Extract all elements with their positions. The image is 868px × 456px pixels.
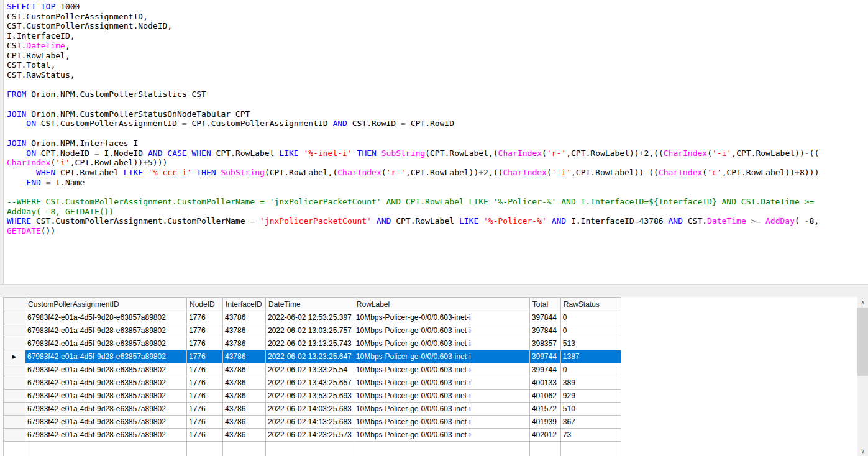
scrollbar-thumb[interactable]	[857, 308, 868, 376]
grid-cell[interactable]: 43786	[223, 376, 266, 390]
column-header-custompollerassignmentid[interactable]: CustomPollerAssignmentID	[25, 298, 187, 311]
grid-row[interactable]: 67983f42-e01a-4d5f-9d28-e63857a898021776…	[4, 416, 621, 429]
row-selector[interactable]	[4, 363, 25, 376]
grid-cell[interactable]: 67983f42-e01a-4d5f-9d28-e63857a89802	[25, 429, 187, 442]
editor-results-splitter[interactable]	[0, 285, 868, 297]
grid-cell[interactable]: 10Mbps-Policer-ge-0/0/0.603-inet-i	[354, 363, 529, 376]
grid-cell[interactable]: 397844	[529, 311, 560, 324]
grid-cell[interactable]: 367	[560, 416, 621, 429]
grid-cell[interactable]: 43786	[223, 429, 266, 442]
grid-cell[interactable]: 10Mbps-Policer-ge-0/0/0.603-inet-i	[354, 403, 529, 416]
grid-cell[interactable]: 73	[560, 429, 621, 442]
scroll-down-button[interactable]: ∨	[857, 445, 868, 456]
column-header-interfaceid[interactable]: InterfaceID	[223, 298, 266, 311]
grid-cell[interactable]: 2022-06-02 13:13:25.743	[266, 337, 354, 350]
grid-row[interactable]: 67983f42-e01a-4d5f-9d28-e63857a898021776…	[4, 429, 621, 442]
grid-cell[interactable]: 2022-06-02 12:53:25.397	[266, 311, 354, 324]
grid-cell[interactable]: 1776	[187, 311, 223, 324]
row-selector[interactable]	[4, 311, 25, 324]
grid-cell[interactable]: 2022-06-02 13:43:25.657	[266, 376, 354, 390]
grid-cell[interactable]: 10Mbps-Policer-ge-0/0/0.603-inet-i	[354, 390, 529, 403]
grid-cell[interactable]: 43786	[223, 324, 266, 337]
row-selector-current[interactable]: ▶	[4, 350, 25, 363]
grid-cell[interactable]: 1776	[187, 350, 223, 363]
grid-cell[interactable]: 1776	[187, 403, 223, 416]
grid-cell[interactable]: 0	[560, 324, 621, 337]
grid-row[interactable]: ▶67983f42-e01a-4d5f-9d28-e63857a89802177…	[4, 350, 621, 363]
grid-cell[interactable]: 402012	[529, 429, 560, 442]
grid-cell[interactable]: 1776	[187, 416, 223, 429]
grid-cell[interactable]: 10Mbps-Policer-ge-0/0/0.603-inet-i	[354, 429, 529, 442]
grid-cell[interactable]: 1776	[187, 376, 223, 390]
grid-row[interactable]: 67983f42-e01a-4d5f-9d28-e63857a898021776…	[4, 376, 621, 390]
grid-cell[interactable]: 10Mbps-Policer-ge-0/0/0.603-inet-i	[354, 311, 529, 324]
row-selector[interactable]	[4, 429, 25, 442]
grid-cell[interactable]: 43786	[223, 311, 266, 324]
grid-cell[interactable]: 401572	[529, 403, 560, 416]
grid-cell[interactable]: 67983f42-e01a-4d5f-9d28-e63857a89802	[25, 311, 187, 324]
grid-cell[interactable]: 10Mbps-Policer-ge-0/0/0.603-inet-i	[354, 324, 529, 337]
sql-query-text[interactable]: SELECT TOP 1000 CST.CustomPollerAssignme…	[7, 2, 819, 236]
grid-cell[interactable]: 10Mbps-Policer-ge-0/0/0.603-inet-i	[354, 376, 529, 390]
grid-cell[interactable]: 43786	[223, 390, 266, 403]
grid-row[interactable]: 67983f42-e01a-4d5f-9d28-e63857a898021776…	[4, 403, 621, 416]
grid-cell[interactable]: 510	[560, 403, 621, 416]
grid-cell[interactable]: 2022-06-02 14:13:25.683	[266, 416, 354, 429]
grid-cell[interactable]: 401062	[529, 390, 560, 403]
grid-cell[interactable]: 43786	[223, 416, 266, 429]
grid-cell[interactable]: 400133	[529, 376, 560, 390]
grid-corner-cell[interactable]	[4, 298, 25, 311]
grid-cell[interactable]: 1776	[187, 324, 223, 337]
grid-cell[interactable]: 2022-06-02 14:23:25.573	[266, 429, 354, 442]
grid-row[interactable]: 67983f42-e01a-4d5f-9d28-e63857a898021776…	[4, 390, 621, 403]
column-header-nodeid[interactable]: NodeID	[187, 298, 223, 311]
grid-cell[interactable]: 43786	[223, 363, 266, 376]
grid-cell[interactable]: 10Mbps-Policer-ge-0/0/0.603-inet-i	[354, 337, 529, 350]
grid-cell[interactable]: 43786	[223, 403, 266, 416]
grid-cell[interactable]: 67983f42-e01a-4d5f-9d28-e63857a89802	[25, 376, 187, 390]
grid-cell[interactable]: 1776	[187, 363, 223, 376]
row-selector[interactable]	[4, 416, 25, 429]
grid-cell[interactable]: 67983f42-e01a-4d5f-9d28-e63857a89802	[25, 324, 187, 337]
row-selector[interactable]	[4, 403, 25, 416]
grid-cell[interactable]: 397844	[529, 324, 560, 337]
grid-cell[interactable]: 67983f42-e01a-4d5f-9d28-e63857a89802	[25, 403, 187, 416]
grid-cell[interactable]: 10Mbps-Policer-ge-0/0/0.603-inet-i	[354, 416, 529, 429]
grid-cell[interactable]: 10Mbps-Policer-ge-0/0/0.603-inet-i	[354, 350, 529, 363]
grid-cell[interactable]: 0	[560, 311, 621, 324]
row-selector[interactable]	[4, 390, 25, 403]
column-header-total[interactable]: Total	[529, 298, 560, 311]
grid-cell[interactable]: 67983f42-e01a-4d5f-9d28-e63857a89802	[25, 416, 187, 429]
grid-row[interactable]: 67983f42-e01a-4d5f-9d28-e63857a898021776…	[4, 311, 621, 324]
grid-cell[interactable]: 67983f42-e01a-4d5f-9d28-e63857a89802	[25, 363, 187, 376]
grid-cell[interactable]: 1387	[560, 350, 621, 363]
grid-row[interactable]: 67983f42-e01a-4d5f-9d28-e63857a898021776…	[4, 363, 621, 376]
column-header-datetime[interactable]: DateTime	[266, 298, 354, 311]
column-header-rawstatus[interactable]: RawStatus	[560, 298, 621, 311]
grid-cell[interactable]: 1776	[187, 390, 223, 403]
grid-cell[interactable]: 389	[560, 376, 621, 390]
row-selector[interactable]	[4, 376, 25, 390]
grid-cell[interactable]: 1776	[187, 337, 223, 350]
grid-row[interactable]: 67983f42-e01a-4d5f-9d28-e63857a898021776…	[4, 324, 621, 337]
grid-cell[interactable]: 929	[560, 390, 621, 403]
grid-cell[interactable]: 2022-06-02 13:03:25.757	[266, 324, 354, 337]
grid-cell[interactable]: 398357	[529, 337, 560, 350]
grid-cell[interactable]: 2022-06-02 13:33:25.54	[266, 363, 354, 376]
grid-cell[interactable]: 0	[560, 363, 621, 376]
grid-cell[interactable]: 2022-06-02 13:23:25.647	[266, 350, 354, 363]
grid-cell[interactable]: 399744	[529, 350, 560, 363]
grid-cell[interactable]: 67983f42-e01a-4d5f-9d28-e63857a89802	[25, 337, 187, 350]
scroll-up-button[interactable]: ∧	[857, 297, 868, 308]
column-header-rowlabel[interactable]: RowLabel	[354, 298, 529, 311]
grid-cell[interactable]: 1776	[187, 429, 223, 442]
grid-cell[interactable]: 43786	[223, 350, 266, 363]
grid-cell[interactable]: 401939	[529, 416, 560, 429]
row-selector[interactable]	[4, 324, 25, 337]
grid-row[interactable]: 67983f42-e01a-4d5f-9d28-e63857a898021776…	[4, 337, 621, 350]
grid-cell[interactable]: 43786	[223, 337, 266, 350]
grid-cell[interactable]: 67983f42-e01a-4d5f-9d28-e63857a89802	[25, 390, 187, 403]
results-vertical-scrollbar[interactable]: ∧ ∨	[857, 297, 868, 456]
grid-cell[interactable]: 2022-06-02 13:53:25.693	[266, 390, 354, 403]
grid-cell[interactable]: 513	[560, 337, 621, 350]
